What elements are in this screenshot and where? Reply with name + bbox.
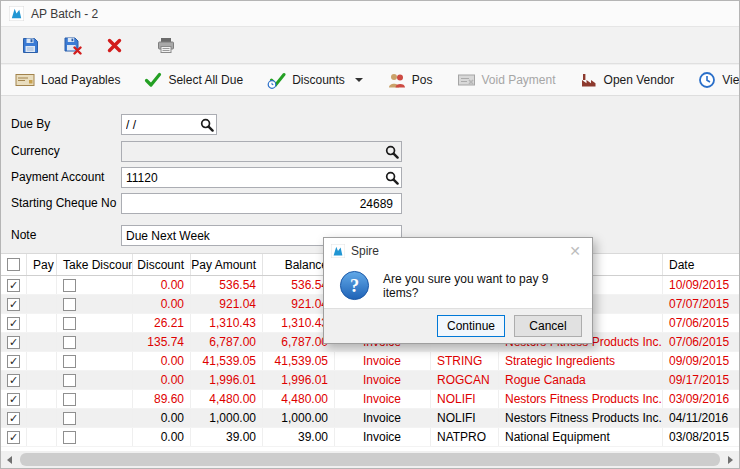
take-discount-checkbox[interactable] [63,393,76,406]
select-all-cell[interactable] [1,254,27,275]
vendor-no-cell: STRING [431,352,499,370]
select-all-checkbox[interactable] [7,258,20,271]
col-header-pay[interactable]: Pay [27,254,57,275]
scroll-right-icon [728,456,733,464]
dialog-titlebar: Spire ✕ [324,238,592,263]
take-discount-cell [57,276,133,294]
col-header-pay-amount[interactable]: Pay Amount [191,254,263,275]
take-discount-checkbox[interactable] [63,298,76,311]
pay-checkbox[interactable]: ✓ [7,355,20,368]
take-discount-checkbox[interactable] [63,317,76,330]
open-vendor-label: Open Vendor [604,73,675,87]
starting-cheque-no-field: Starting Cheque No [1,193,740,214]
print-button[interactable] [153,32,179,58]
pay-col-cell [27,295,57,313]
pay-checkbox[interactable]: ✓ [7,336,20,349]
scroll-left-button[interactable] [1,451,18,468]
close-icon[interactable]: ✕ [565,244,585,258]
discounts-button[interactable]: Discounts [257,67,373,94]
take-discount-checkbox[interactable] [63,336,76,349]
chevron-down-icon[interactable] [355,78,363,82]
pay-cell: ✓ [1,352,27,370]
void-payment-icon [457,72,476,88]
take-discount-checkbox[interactable] [63,279,76,292]
balance-cell: 1,996.01 [263,371,335,389]
dialog-message: Are you sure you want to pay 9 items? [383,272,577,300]
action-toolbar: Load Payables Select All Due Discounts P… [1,65,739,96]
col-header-take-discount[interactable]: Take Discount [57,254,133,275]
pay-cell: ✓ [1,295,27,313]
pos-button[interactable]: Pos [377,67,443,94]
void-payment-label: Void Payment [482,73,556,87]
take-discount-checkbox[interactable] [63,431,76,444]
take-discount-checkbox[interactable] [63,355,76,368]
take-discount-checkbox[interactable] [63,412,76,425]
titlebar: AP Batch - 2 [1,1,739,27]
scroll-left-icon [7,456,12,464]
vendor-name-cell: Strategic Ingredients [499,352,663,370]
pay-cell: ✓ [1,276,27,294]
open-vendor-button[interactable]: Open Vendor [570,67,685,94]
view-invoice-button[interactable]: View Invoice [688,67,740,94]
col-header-discount[interactable]: Discount [133,254,191,275]
load-payables-button[interactable]: Load Payables [5,67,130,94]
pay-checkbox[interactable]: ✓ [7,317,20,330]
search-icon[interactable] [385,171,399,185]
due-by-input[interactable] [122,116,200,133]
pay-checkbox[interactable]: ✓ [7,298,20,311]
table-row[interactable]: ✓89.604,480.004,480.00InvoiceNOLIFINesto… [1,390,740,409]
currency-input[interactable] [122,143,385,160]
save-delete-icon [63,36,82,55]
pay-amount-cell: 39.00 [191,428,263,446]
pay-col-cell [27,371,57,389]
load-payables-label: Load Payables [41,73,120,87]
starting-cheque-no-input[interactable] [122,195,399,212]
search-icon[interactable] [385,145,399,159]
scrollbar-thumb[interactable] [20,453,720,466]
col-header-date[interactable]: Date [663,254,740,275]
pay-checkbox[interactable]: ✓ [7,431,20,444]
pay-checkbox[interactable]: ✓ [7,279,20,292]
pay-col-cell [27,409,57,427]
pay-checkbox[interactable]: ✓ [7,412,20,425]
pay-amount-cell: 536.54 [191,276,263,294]
type-cell: Invoice [335,428,431,446]
horizontal-scrollbar[interactable] [1,451,739,468]
discount-cell: 89.60 [133,390,191,408]
pay-col-cell [27,352,57,370]
starting-cheque-no-label: Starting Cheque No [11,196,116,210]
factory-icon [580,72,598,88]
dialog-buttons: Continue Cancel [324,308,592,343]
take-discount-cell [57,333,133,351]
continue-button[interactable]: Continue [437,315,505,337]
payment-account-input[interactable] [122,169,385,186]
pay-cell: ✓ [1,371,27,389]
table-row[interactable]: ✓0.0041,539.0541,539.05InvoiceSTRINGStra… [1,352,740,371]
app-icon [9,6,24,21]
select-all-due-button[interactable]: Select All Due [134,67,253,94]
discount-cell: 0.00 [133,276,191,294]
pay-checkbox[interactable]: ✓ [7,374,20,387]
table-row[interactable]: ✓0.001,000.001,000.00InvoiceNOLIFINestor… [1,409,740,428]
pay-amount-cell: 4,480.00 [191,390,263,408]
take-discount-cell [57,295,133,313]
take-discount-checkbox[interactable] [63,374,76,387]
date-cell: 07/06/2015 [663,333,740,351]
type-cell: Invoice [335,390,431,408]
discounts-label: Discounts [292,73,345,87]
delete-button[interactable] [101,32,127,58]
cancel-button[interactable]: Cancel [514,315,582,337]
discount-cell: 0.00 [133,428,191,446]
scroll-right-button[interactable] [722,451,739,468]
people-icon [387,72,406,89]
save-remove-button[interactable] [59,32,85,58]
take-discount-cell [57,314,133,332]
table-row[interactable]: ✓0.0039.0039.00InvoiceNATPRONational Equ… [1,428,740,447]
date-cell: 07/06/2015 [663,314,740,332]
save-button[interactable] [17,32,43,58]
pay-checkbox[interactable]: ✓ [7,393,20,406]
search-icon[interactable] [200,118,214,132]
pay-amount-cell: 1,310.43 [191,314,263,332]
table-row[interactable]: ✓0.001,996.011,996.01InvoiceROGCANRogue … [1,371,740,390]
dialog-body: ? Are you sure you want to pay 9 items? [324,263,592,308]
